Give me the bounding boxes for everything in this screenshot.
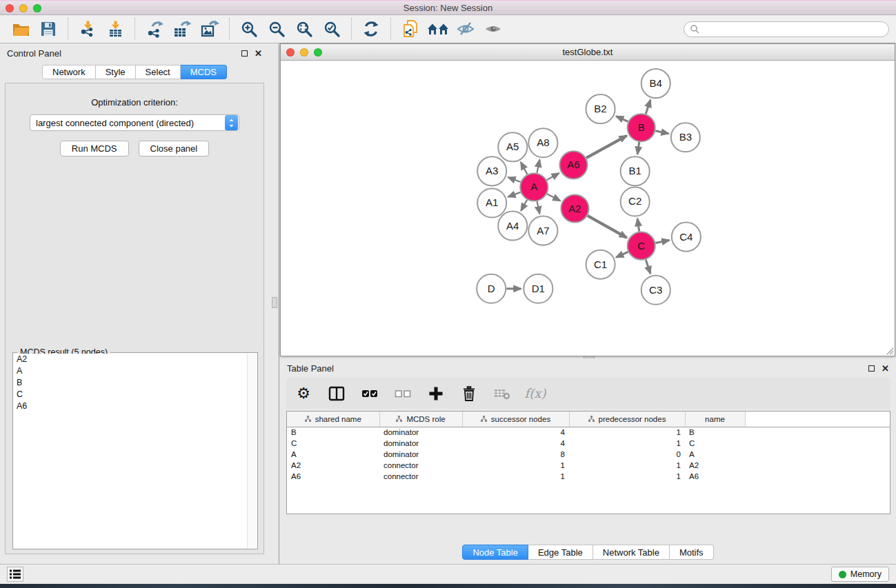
graph-node-C[interactable]: C bbox=[628, 232, 655, 260]
table-cell[interactable]: 8 bbox=[462, 449, 569, 460]
save-session-icon[interactable] bbox=[37, 17, 60, 41]
table-cell[interactable]: 4 bbox=[462, 438, 569, 449]
zoom-in-icon[interactable] bbox=[237, 17, 261, 41]
table-row[interactable]: Cdominator41C bbox=[287, 438, 890, 449]
select-all-icon[interactable] bbox=[361, 385, 379, 403]
tab-motifs[interactable]: Motifs bbox=[670, 545, 714, 560]
table-row[interactable]: Adominator80A bbox=[287, 449, 890, 460]
zoom-fit-icon[interactable] bbox=[292, 17, 316, 41]
table-cell[interactable]: connector bbox=[379, 471, 462, 482]
mcds-result-list[interactable]: A2ABCA6 bbox=[14, 354, 247, 548]
show-task-history-button[interactable] bbox=[7, 567, 23, 582]
result-list-scrollbar[interactable] bbox=[247, 354, 257, 548]
graph-node-C3[interactable]: C3 bbox=[641, 276, 670, 305]
graph-edge-C-C1[interactable] bbox=[616, 252, 628, 257]
tab-select[interactable]: Select bbox=[136, 65, 181, 79]
column-header-predecessor-nodes[interactable]: predecessor nodes bbox=[569, 412, 685, 427]
graph-node-B1[interactable]: B1 bbox=[621, 156, 650, 185]
export-table-icon[interactable] bbox=[170, 17, 194, 41]
column-header-shared-name[interactable]: shared name bbox=[287, 412, 379, 427]
table-cell[interactable]: A bbox=[287, 449, 379, 460]
tab-network[interactable]: Network bbox=[42, 65, 96, 79]
open-file-icon[interactable] bbox=[9, 17, 32, 41]
table-cell[interactable]: 1 bbox=[569, 460, 685, 471]
splitter-grip[interactable] bbox=[272, 297, 277, 308]
table-cell[interactable]: 1 bbox=[569, 471, 685, 482]
minimize-window-button[interactable] bbox=[19, 4, 28, 12]
graph-node-A4[interactable]: A4 bbox=[498, 212, 527, 241]
table-cell[interactable]: dominator bbox=[379, 449, 462, 460]
graph-edge-B-B4[interactable] bbox=[646, 100, 650, 114]
table-row[interactable]: A2connector11A2 bbox=[287, 460, 890, 471]
table-cell[interactable]: 4 bbox=[462, 427, 569, 438]
table-cell[interactable]: A2 bbox=[685, 460, 745, 471]
zoom-selected-icon[interactable] bbox=[320, 17, 344, 41]
graph-node-C4[interactable]: C4 bbox=[672, 223, 701, 252]
table-cell[interactable]: dominator bbox=[379, 438, 462, 449]
graph-edge-B-B3[interactable] bbox=[655, 131, 668, 134]
graph-edge-A-A5[interactable] bbox=[521, 162, 527, 174]
graph-edge-A-A4[interactable] bbox=[521, 200, 527, 211]
first-neighbors-icon[interactable] bbox=[426, 17, 450, 41]
tab-mcds[interactable]: MCDS bbox=[181, 65, 227, 79]
graph-edge-B-B2[interactable] bbox=[616, 116, 628, 122]
graph-edge-C-C2[interactable] bbox=[637, 219, 639, 231]
hide-graphics-icon[interactable] bbox=[454, 17, 477, 41]
graph-edge-B-B1[interactable] bbox=[637, 142, 639, 154]
result-list-item[interactable]: A2 bbox=[14, 354, 247, 365]
table-row[interactable]: A6connector11A6 bbox=[287, 471, 890, 482]
table-cell[interactable]: A6 bbox=[685, 471, 745, 482]
table-cell[interactable]: C bbox=[287, 438, 379, 449]
close-network-button[interactable] bbox=[286, 48, 295, 57]
float-panel-icon[interactable] bbox=[868, 365, 875, 372]
graph-edge-A-A7[interactable] bbox=[537, 201, 540, 214]
table-cell[interactable]: 1 bbox=[462, 460, 569, 471]
table-cell[interactable]: B bbox=[287, 427, 379, 438]
graph-node-A[interactable]: A bbox=[520, 173, 548, 201]
export-network-icon[interactable] bbox=[143, 17, 166, 41]
graph-edge-A6-B[interactable] bbox=[586, 136, 627, 158]
add-column-icon[interactable] bbox=[427, 385, 445, 403]
show-graphics-icon[interactable] bbox=[481, 17, 505, 41]
result-list-item[interactable]: A6 bbox=[14, 401, 247, 412]
table-cell[interactable]: connector bbox=[379, 460, 462, 471]
close-panel-icon[interactable]: ✕ bbox=[882, 364, 889, 373]
table-cell[interactable]: A6 bbox=[287, 471, 379, 482]
graph-node-A2[interactable]: A2 bbox=[561, 194, 588, 222]
result-list-item[interactable]: A bbox=[14, 365, 247, 377]
float-panel-icon[interactable] bbox=[241, 50, 248, 57]
table-cell[interactable]: A bbox=[685, 449, 745, 460]
run-mcds-button[interactable]: Run MCDS bbox=[60, 141, 129, 156]
search-input[interactable] bbox=[699, 24, 883, 34]
graph-node-B3[interactable]: B3 bbox=[671, 123, 700, 152]
graph-edge-A-A8[interactable] bbox=[537, 160, 540, 173]
table-cell[interactable]: B bbox=[685, 427, 745, 438]
graph-node-A1[interactable]: A1 bbox=[477, 188, 506, 217]
graph-edge-A-A1[interactable] bbox=[508, 192, 521, 197]
column-header-successor-nodes[interactable]: successor nodes bbox=[462, 412, 569, 427]
graph-node-C1[interactable]: C1 bbox=[586, 250, 615, 279]
graph-edge-C-C4[interactable] bbox=[655, 241, 669, 243]
table-cell[interactable]: 0 bbox=[569, 449, 685, 460]
network-canvas[interactable]: B4B2BB3A8A5A6A3B1AC2A1A2A4A7C4CC1DD1C3 bbox=[281, 61, 895, 356]
criterion-dropdown[interactable]: largest connected component (directed) bbox=[30, 114, 239, 131]
graph-edge-A-A3[interactable] bbox=[508, 177, 521, 182]
result-list-item[interactable]: C bbox=[14, 389, 247, 401]
graph-node-A5[interactable]: A5 bbox=[498, 132, 527, 161]
window-resize-grip[interactable] bbox=[885, 346, 894, 355]
graph-edge-A-A6[interactable] bbox=[547, 173, 559, 180]
graph-edge-A-A2[interactable] bbox=[547, 194, 560, 201]
tab-style[interactable]: Style bbox=[96, 65, 136, 79]
graph-node-B[interactable]: B bbox=[628, 114, 655, 141]
delete-table-icon[interactable] bbox=[493, 385, 511, 403]
zoom-out-icon[interactable] bbox=[265, 17, 288, 41]
minimize-network-button[interactable] bbox=[300, 48, 308, 57]
close-panel-icon[interactable]: ✕ bbox=[255, 49, 262, 58]
graph-node-A8[interactable]: A8 bbox=[528, 128, 557, 157]
tab-edge-table[interactable]: Edge Table bbox=[528, 545, 593, 560]
zoom-network-button[interactable] bbox=[314, 48, 322, 57]
table-cell[interactable]: 1 bbox=[462, 471, 569, 482]
tab-node-table[interactable]: Node Table bbox=[462, 545, 528, 560]
graph-node-D1[interactable]: D1 bbox=[524, 274, 552, 303]
import-network-icon[interactable] bbox=[76, 17, 99, 41]
